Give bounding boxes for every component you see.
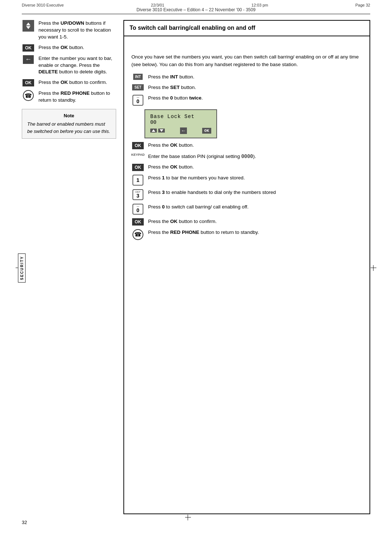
instruction-zero1: — 0 Press the 0 button twice.: [131, 95, 362, 106]
zero1-text: Press the 0 button twice.: [148, 95, 362, 102]
note-title: Note: [27, 113, 111, 118]
ok2-text: Press the OK button to confirm.: [38, 79, 116, 86]
instruction-ok1: OK Press the OK button.: [22, 44, 116, 52]
ok2-icon-container: OK: [22, 79, 35, 86]
phone2-icon: ☎: [132, 229, 143, 240]
delete-text: Enter the number you want to bar, enable…: [38, 55, 116, 76]
instruction-ok3: OK Press the OK button.: [131, 142, 362, 149]
screen-arrow-up: [152, 129, 155, 132]
cross-bottom: [185, 515, 191, 520]
right-body: Once you have set the numbers you want, …: [131, 53, 362, 240]
intro-text: Once you have set the numbers you want, …: [131, 53, 362, 69]
cross-right: [371, 265, 376, 271]
delete-icon-container: ←: [22, 55, 35, 64]
instruction-keypad: KEYPAD Enter the base station PIN (origi…: [131, 153, 362, 160]
ok3-icon: OK: [132, 142, 144, 149]
instruction-phone2: ☎ Press the RED PHONE button to return t…: [131, 229, 362, 240]
page-header: Diverse 3010 Executive 22/3/01 12:03 pm …: [22, 3, 370, 14]
screen-nav-arrows: [150, 129, 165, 133]
screen-down-icon: [158, 129, 165, 133]
phone2-icon-container: ☎: [131, 229, 144, 240]
screen-arrow-down: [160, 129, 163, 132]
header-edition: Diverse 3010 Executive – Edition 4 – 22 …: [136, 7, 256, 12]
left-column: Press the UP/DOWN buttons if necessary t…: [22, 20, 123, 514]
keypad-icon-container: KEYPAD: [131, 153, 144, 157]
ok5-text: Press the OK button to confirm.: [148, 218, 362, 225]
phone1-text: Press the RED PHONE button to return to …: [38, 90, 116, 104]
three-icon: DEF 3: [132, 189, 143, 200]
updown-text: Press the UP/DOWN buttons if necessary t…: [38, 20, 116, 41]
ok1-icon: OK: [23, 44, 34, 52]
main-content: Press the UP/DOWN buttons if necessary t…: [22, 20, 370, 514]
set-text: Press the SET button.: [148, 84, 362, 91]
instruction-zero2: — 0 Press 0 to switch call barring/ call…: [131, 204, 362, 215]
ok1-text: Press the OK button.: [38, 44, 116, 51]
screen-ok-icon: OK: [202, 128, 211, 134]
instruction-ok5: OK Press the OK button to confirm.: [131, 218, 362, 226]
int-icon-container: INT: [131, 74, 144, 80]
one-icon: 1: [132, 175, 143, 186]
zero1-icon-container: — 0: [131, 95, 144, 106]
zero2-icon-container: — 0: [131, 204, 144, 215]
delete-icon: ←: [23, 55, 34, 64]
int-text: Press the INT button.: [148, 74, 362, 81]
screen-delete-icon: ←: [180, 127, 187, 134]
header-page: Page 32: [355, 3, 370, 7]
screen-line1: Base Lock Set: [150, 114, 211, 119]
three-text: Press 3 to enable handsets to dial only …: [148, 189, 362, 196]
right-heading-title: To switch call barring/call enabling on …: [130, 24, 364, 32]
instruction-ok2: OK Press the OK button to confirm.: [22, 79, 116, 86]
phone2-text: Press the RED PHONE button to return to …: [148, 229, 362, 236]
arrow-down-icon: [26, 26, 30, 29]
arrow-up-icon: [26, 23, 30, 25]
ok3-icon-container: OK: [131, 142, 144, 149]
screen-display: Base Lock Set 00 ← OK: [144, 109, 217, 138]
phone1-icon-container: ☎: [22, 90, 35, 101]
instruction-int: INT Press the INT button.: [131, 74, 362, 81]
instruction-updown: Press the UP/DOWN buttons if necessary t…: [22, 20, 116, 41]
zero2-text: Press 0 to switch call barring/ call ena…: [148, 204, 362, 211]
ok4-icon: OK: [132, 164, 144, 171]
ok4-icon-container: OK: [131, 164, 144, 171]
set-icon-container: SET: [131, 84, 144, 90]
one-text: Press 1 to bar the numbers you have stor…: [148, 175, 362, 182]
header-time: 12:03 pm: [252, 3, 268, 7]
right-heading-box: To switch call barring/call enabling on …: [123, 20, 370, 36]
keypad-text: Enter the base station PIN (original set…: [148, 153, 362, 160]
screen-line2: 00: [150, 119, 211, 125]
instruction-delete: ← Enter the number you want to bar, enab…: [22, 55, 116, 76]
ok1-icon-container: OK: [22, 44, 35, 52]
zero1-icon: — 0: [132, 95, 143, 106]
ok5-icon: OK: [132, 218, 144, 226]
ok4-text: Press the OK button.: [148, 164, 362, 171]
instruction-three: DEF 3 Press 3 to enable handsets to dial…: [131, 189, 362, 200]
set-icon: SET: [132, 84, 143, 90]
instruction-set: SET Press the SET button.: [131, 84, 362, 91]
page-number: 32: [22, 520, 27, 525]
note-box: Note The barred or enabled numbers must …: [22, 109, 116, 139]
screen-up-icon: [150, 129, 157, 133]
header-left: Diverse 3010 Executive: [22, 3, 64, 7]
updown-icon-container: [22, 20, 35, 32]
ok3-text: Press the OK button.: [148, 142, 362, 149]
updown-icon: [23, 20, 34, 32]
three-icon-container: DEF 3: [131, 189, 144, 200]
right-column: To switch call barring/call enabling on …: [123, 20, 370, 514]
keypad-icon: KEYPAD: [131, 153, 145, 157]
header-date: 22/3/01: [151, 3, 164, 7]
int-icon: INT: [133, 74, 143, 80]
instruction-phone1: ☎ Press the RED PHONE button to return t…: [22, 90, 116, 104]
one-icon-container: 1: [131, 175, 144, 186]
phone1-icon: ☎: [23, 90, 34, 101]
instruction-ok4: OK Press the OK button.: [131, 164, 362, 171]
zero2-icon: — 0: [132, 204, 143, 215]
note-body: The barred or enabled numbers must be sw…: [27, 121, 111, 135]
screen-buttons: ← OK: [150, 127, 211, 134]
instruction-one: 1 Press 1 to bar the numbers you have st…: [131, 175, 362, 186]
ok5-icon-container: OK: [131, 218, 144, 226]
ok2-icon: OK: [23, 79, 34, 86]
